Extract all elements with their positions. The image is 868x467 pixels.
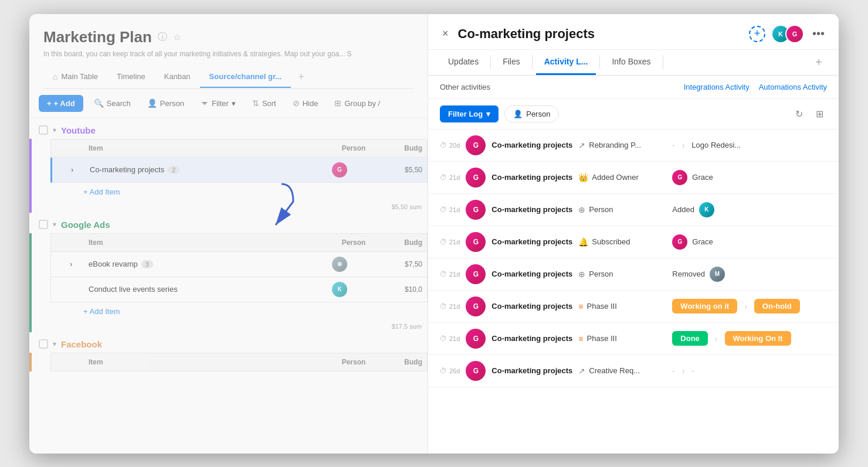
tab-files[interactable]: Files [494, 50, 528, 75]
tab-source-channel[interactable]: Source/channel gr... [200, 66, 291, 88]
chevron-down-icon: ▾ [486, 110, 490, 118]
person-avatar: G [672, 234, 687, 250]
info-icon[interactable]: ⓘ [158, 31, 167, 43]
left-tabs: ⌂ Main Table Timeline Kanban Source/chan… [43, 66, 413, 89]
activity-value: G Grace [672, 170, 827, 185]
tab-kanban[interactable]: Kanban [155, 66, 200, 88]
person-filter-button[interactable]: 👤 Person [504, 105, 559, 122]
group-google-ads-checkbox[interactable] [39, 220, 48, 229]
activity-value: Added K [672, 202, 827, 217]
col-check [51, 353, 70, 371]
group-facebook: ▾ Facebook Item Person Budg [29, 332, 428, 371]
sort-button[interactable]: ⇅ Sort [246, 95, 282, 111]
star-icon[interactable]: ☆ [173, 32, 181, 43]
more-options-button[interactable]: ••• [810, 25, 827, 43]
filter-chevron: ▾ [232, 99, 236, 108]
close-button[interactable]: × [440, 25, 451, 42]
hide-button[interactable]: ⊘ Hide [287, 95, 324, 111]
tab-updates[interactable]: Updates [440, 50, 487, 75]
row-checkbox[interactable] [52, 165, 71, 175]
table-row: Conduct live events series K $10,0 [50, 277, 428, 302]
add-tab-button[interactable]: + [291, 66, 311, 88]
tab-divider [490, 55, 491, 69]
tab-activity[interactable]: Activity L... [536, 50, 596, 75]
dash: - [672, 366, 674, 375]
home-icon: ⌂ [53, 72, 57, 81]
group-youtube-header: ▾ Youtube [29, 118, 428, 139]
tab-info-boxes[interactable]: Info Boxes [603, 50, 659, 75]
group-facebook-expand[interactable]: ▾ [53, 340, 56, 348]
plus-icon: + [47, 99, 52, 108]
add-item-button[interactable]: + Add Item [50, 183, 428, 201]
col-person-header: Person [327, 234, 380, 251]
google-ads-table-header: Item Person Budg [50, 233, 428, 252]
hide-icon: ⊘ [293, 98, 300, 108]
group-youtube-name[interactable]: Youtube [61, 125, 96, 135]
add-person-button[interactable]: + [749, 26, 765, 42]
arrow-icon: › [682, 366, 685, 376]
right-panel: × Co-marketing projects + K G ••• Update… [428, 14, 839, 454]
crown-icon: 👑 [578, 173, 588, 182]
tab-divider [532, 55, 533, 69]
avatar: G [332, 162, 347, 178]
row-item-name: Co-marketing projects 2 [85, 161, 327, 179]
avatar: G [466, 329, 486, 349]
group-google-ads-expand[interactable]: ▾ [53, 220, 56, 229]
search-button[interactable]: 🔍 Search [88, 95, 137, 111]
col-person-header: Person [327, 353, 380, 371]
group-by-button[interactable]: ⊞ Group by / [328, 95, 386, 111]
row-expand[interactable]: › [71, 165, 85, 174]
arrow-icon: › [682, 141, 685, 150]
row-budget: $5,50 [380, 161, 427, 179]
facebook-table-header: Item Person Budg [50, 353, 428, 371]
automations-activity-link[interactable]: Automations Activity [759, 83, 827, 91]
filter-bar: Filter Log ▾ 👤 Person ↻ ⊞ [428, 99, 839, 129]
youtube-table-header: Item Person Budg [50, 139, 428, 158]
row-checkbox[interactable] [51, 260, 70, 269]
value-dash: - [691, 366, 694, 375]
filter-button[interactable]: ⏷ Filter ▾ [195, 95, 242, 111]
person-filter-icon: 👤 [513, 110, 523, 118]
person-name: Grace [692, 173, 713, 182]
group-facebook-name[interactable]: Facebook [61, 339, 102, 349]
action-text: Added Owner [592, 173, 639, 182]
from-status-badge: Done [672, 331, 708, 346]
activity-action: 👑 Added Owner [578, 173, 666, 182]
group-youtube-expand[interactable]: ▾ [53, 126, 56, 134]
add-button[interactable]: + + Add [39, 95, 83, 112]
from-status-badge: Working on it [672, 299, 737, 313]
link-icon: ↗ [578, 366, 585, 376]
person-avatar: G [672, 170, 687, 185]
value-text: Removed [672, 270, 705, 278]
subscribe-icon: 🔔 [578, 237, 588, 247]
row-expand[interactable]: › [70, 260, 84, 268]
time-ago: ⏱ 21d [440, 238, 460, 246]
col-budget-header: Budg [380, 139, 427, 157]
activity-row: ⏱ 20d G Co-marketing projects ↗ Rebrandi… [428, 129, 839, 162]
col-item-header: Item [84, 139, 327, 157]
activity-row: ⏱ 21d G Co-marketing projects ⊕ Person R… [428, 258, 839, 291]
tab-timeline[interactable]: Timeline [107, 66, 155, 88]
board-title: Marketing Plan [43, 28, 152, 46]
activity-value: - › - [672, 366, 827, 376]
add-item-button[interactable]: + Add Item [50, 302, 428, 321]
row-checkbox[interactable] [51, 285, 70, 294]
action-text: Person [589, 270, 613, 278]
clock-icon: ⏱ [440, 335, 447, 343]
left-header: Marketing Plan ⓘ ☆ In this board, you ca… [29, 14, 428, 89]
tab-source-channel-label: Source/channel gr... [209, 72, 282, 81]
phase-icon: ≡ [578, 334, 583, 343]
filter-log-button[interactable]: Filter Log ▾ [440, 105, 499, 122]
refresh-button[interactable]: ↻ [792, 105, 806, 123]
add-tab-button[interactable]: + [811, 51, 827, 74]
activity-value: Working on it › On-hold [672, 299, 827, 313]
group-youtube-checkbox[interactable] [39, 125, 48, 135]
tab-main-table[interactable]: ⌂ Main Table [43, 66, 107, 88]
integrations-activity-link[interactable]: Integrations Activity [684, 83, 750, 91]
group-google-ads-name[interactable]: Google Ads [61, 220, 110, 230]
person-button[interactable]: 👤 Person [141, 95, 190, 111]
row-badge: 3 [141, 260, 153, 268]
layout-button[interactable]: ⊞ [812, 105, 827, 123]
group-facebook-checkbox[interactable] [39, 339, 48, 349]
time-ago: ⏱ 20d [440, 141, 460, 149]
